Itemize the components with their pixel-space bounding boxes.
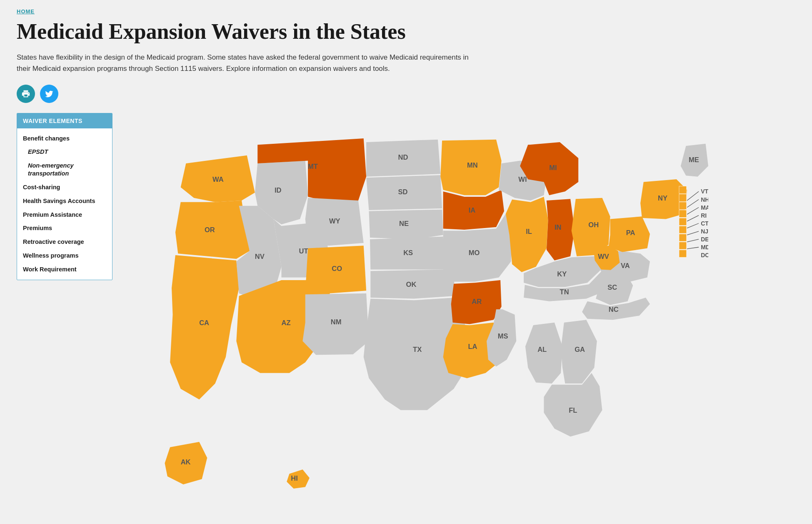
sidebar-item-benefit-changes[interactable]: Benefit changes xyxy=(17,132,112,145)
sidebar-item-hsa[interactable]: Health Savings Accounts xyxy=(17,194,112,208)
print-button[interactable] xyxy=(17,85,35,103)
svg-marker-17 xyxy=(305,198,364,246)
svg-rect-103 xyxy=(679,226,687,233)
sidebar-item-cost-sharing[interactable]: Cost-sharing xyxy=(17,181,112,194)
sidebar-item-premium-assistance[interactable]: Premium Assistance xyxy=(17,208,112,222)
svg-rect-99 xyxy=(679,194,687,201)
svg-rect-98 xyxy=(679,186,687,193)
svg-marker-3 xyxy=(175,201,250,259)
sidebar-item-work-requirement[interactable]: Work Requirement xyxy=(17,263,112,276)
page-description: States have flexibility in the design of… xyxy=(17,52,475,74)
svg-marker-75 xyxy=(609,216,650,252)
svg-marker-27 xyxy=(369,209,443,239)
sidebar-item-wellness[interactable]: Wellness programs xyxy=(17,249,112,263)
sidebar-item-non-emergency[interactable]: Non-emergencytransportation xyxy=(17,159,112,181)
svg-marker-19 xyxy=(305,246,366,293)
svg-marker-21 xyxy=(302,293,369,355)
svg-rect-104 xyxy=(679,234,687,241)
svg-rect-101 xyxy=(679,210,687,217)
sidebar-item-epsdt[interactable]: EPSDT xyxy=(17,145,112,159)
svg-marker-107 xyxy=(165,442,207,484)
svg-marker-23 xyxy=(366,139,440,176)
svg-marker-35 xyxy=(440,139,501,195)
sidebar-item-premiums[interactable]: Premiums xyxy=(17,221,112,235)
svg-marker-51 xyxy=(547,199,575,261)
svg-rect-102 xyxy=(679,218,687,226)
map-container: WA OR CA NV ID UT AZ MT WY xyxy=(125,113,795,513)
sidebar-item-retroactive[interactable]: Retroactive coverage xyxy=(17,235,112,249)
home-link[interactable]: HOME xyxy=(17,8,795,15)
us-map: WA OR CA NV ID UT AZ MT WY xyxy=(125,113,708,511)
page-title: Medicaid Expansion Waivers in the States xyxy=(17,20,795,43)
svg-marker-29 xyxy=(370,236,445,269)
svg-marker-41 xyxy=(451,280,502,324)
print-icon xyxy=(21,89,30,98)
svg-marker-25 xyxy=(366,175,442,210)
svg-rect-106 xyxy=(679,250,687,257)
twitter-button[interactable] xyxy=(40,85,58,103)
sidebar: WAIVER ELEMENTS Benefit changes EPSDT No… xyxy=(17,113,112,280)
sidebar-header: WAIVER ELEMENTS xyxy=(17,113,112,128)
sidebar-items: Benefit changes EPSDT Non-emergencytrans… xyxy=(17,128,112,280)
svg-rect-105 xyxy=(679,242,687,249)
svg-marker-31 xyxy=(370,269,455,298)
svg-rect-100 xyxy=(679,202,687,209)
twitter-icon xyxy=(45,89,54,98)
